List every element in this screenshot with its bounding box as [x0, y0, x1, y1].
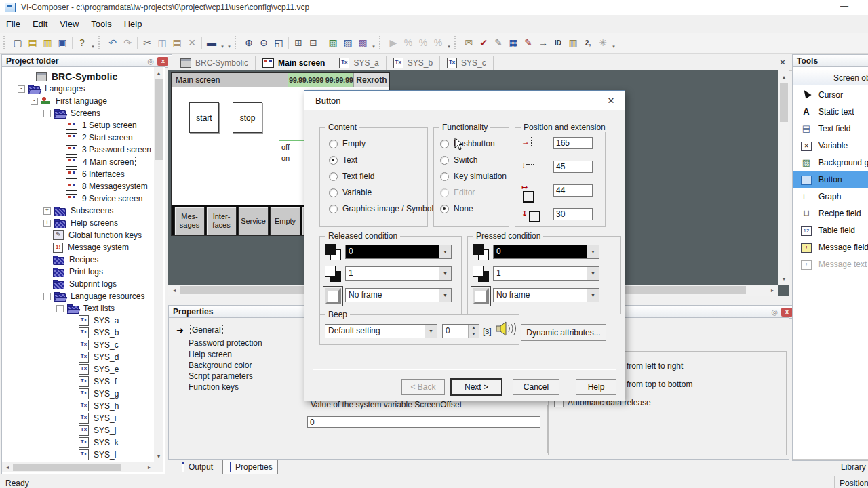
- tree-item-label[interactable]: SYS_e: [92, 365, 120, 374]
- canvas-scroll-up-icon[interactable]: ▴: [779, 72, 789, 81]
- tool-message-field[interactable]: !Message field: [793, 239, 868, 256]
- screen-button-start[interactable]: start: [189, 102, 219, 133]
- expand-icon[interactable]: +: [43, 207, 51, 215]
- archive-icon[interactable]: ▥: [566, 35, 580, 50]
- help-button[interactable]: Help: [576, 379, 616, 395]
- pressed-foreground-color-combo[interactable]: 0▼: [493, 245, 599, 259]
- menu-view[interactable]: View: [54, 16, 85, 32]
- key-icon[interactable]: ?: [75, 35, 90, 50]
- tree-item-label[interactable]: 8 Messagesystem: [81, 182, 149, 191]
- tree-item-sys-b[interactable]: SYS_b: [69, 327, 120, 339]
- canvas-scroll-left-icon[interactable]: ◂: [170, 285, 179, 295]
- open-icon[interactable]: ▤: [25, 35, 40, 50]
- page-label[interactable]: Function keys: [189, 382, 239, 392]
- released-background-color-combo[interactable]: 1▼: [345, 266, 452, 281]
- zoom-fit-icon[interactable]: ◱: [271, 35, 286, 50]
- tree-item-label[interactable]: Print logs: [68, 267, 104, 277]
- tree-item-3-password-screen[interactable]: 3 Password screen: [56, 144, 153, 156]
- tree-item-label[interactable]: SYS_i: [92, 413, 117, 423]
- tree-item-label[interactable]: Screens: [69, 108, 102, 118]
- tree-item-sys-i[interactable]: SYS_i: [69, 412, 117, 424]
- tree-item-sys-k[interactable]: SYS_k: [69, 436, 120, 449]
- tree-item-message-system[interactable]: Message system: [43, 241, 130, 253]
- chevron-down-icon[interactable]: ▼: [439, 245, 451, 258]
- functionality-option-switch[interactable]: Switch: [440, 155, 477, 165]
- doc-tab-sys-a[interactable]: SYS_a: [332, 56, 386, 70]
- collapse-icon[interactable]: -: [18, 85, 25, 93]
- scroll-right-icon[interactable]: ▸: [144, 463, 154, 472]
- tree-item-sys-g[interactable]: SYS_g: [69, 388, 120, 400]
- properties-page-script-parameters[interactable]: Script parameters: [189, 371, 253, 381]
- radio-icon[interactable]: [440, 188, 449, 197]
- tree-item-label[interactable]: Language resources: [69, 291, 146, 301]
- redo-icon[interactable]: ↷: [120, 35, 135, 50]
- chevron-down-icon[interactable]: ▼: [425, 325, 437, 338]
- tree-item-sys-c[interactable]: SYS_c: [69, 339, 120, 351]
- scroll-up-icon[interactable]: ▴: [154, 68, 163, 77]
- radio-icon[interactable]: [329, 188, 338, 197]
- delete-icon[interactable]: ✕: [184, 35, 199, 50]
- menu-help[interactable]: Help: [118, 16, 149, 32]
- tree-item-recipes[interactable]: Recipes: [43, 253, 100, 266]
- properties-page-function-keys[interactable]: Function keys: [189, 382, 239, 392]
- tree-item-first-language[interactable]: -First language: [31, 95, 108, 107]
- tree-item-6-interfaces[interactable]: 6 Interfaces: [56, 168, 126, 180]
- tree-item-label[interactable]: Subscreens: [69, 206, 115, 216]
- download-icon[interactable]: ✉: [461, 35, 476, 50]
- tree-item-label[interactable]: SYS_k: [92, 438, 120, 447]
- settings-icon[interactable]: ✳: [595, 35, 610, 50]
- tool-background-graphic[interactable]: ▨Background graphic: [793, 154, 868, 171]
- tree-item-label[interactable]: SYS_d: [92, 352, 120, 362]
- pin-icon[interactable]: ◎: [147, 57, 154, 66]
- functionality-option-none[interactable]: None: [440, 203, 473, 214]
- radio-icon[interactable]: [329, 140, 338, 148]
- toolbar-overflow-icon[interactable]: ▾: [226, 35, 233, 51]
- tree-item-label[interactable]: SYS_j: [92, 426, 117, 435]
- tree-item-language-resources[interactable]: -Language resources: [43, 290, 146, 302]
- tree-item-label[interactable]: 9 Service screen: [81, 194, 144, 203]
- tree-item-label[interactable]: Message system: [66, 243, 130, 252]
- toolbar-overflow-icon[interactable]: ▾: [90, 35, 96, 51]
- tree-item-label[interactable]: Help screens: [69, 218, 119, 228]
- tool-table-field[interactable]: 12Table field: [793, 222, 868, 239]
- tree-item-label[interactable]: 4 Main screen: [81, 157, 136, 167]
- display-select-dropdown-icon[interactable]: ▾: [219, 35, 226, 51]
- tree-item-sys-l[interactable]: SYS_l: [69, 449, 117, 461]
- tab-properties[interactable]: Properties: [222, 460, 278, 474]
- page-label[interactable]: Script parameters: [189, 371, 253, 381]
- collapse-tree-icon[interactable]: ⊟: [306, 35, 321, 50]
- cut-icon[interactable]: ✂: [140, 35, 155, 50]
- select-mode-icon[interactable]: →: [536, 35, 551, 50]
- content-option-text-field[interactable]: Text field: [329, 171, 374, 182]
- page-label[interactable]: Help screen: [189, 350, 232, 359]
- tree-item-label[interactable]: Recipes: [68, 255, 100, 264]
- tree-item-1-setup-screen[interactable]: 1 Setup screen: [56, 119, 138, 131]
- chevron-down-icon[interactable]: ▼: [439, 267, 451, 280]
- properties-page-background-color[interactable]: Background color: [189, 361, 252, 370]
- minimize-button[interactable]: —: [837, 1, 852, 13]
- functionality-option-key-simulation[interactable]: Key simulation: [440, 171, 507, 182]
- hscroll-thumb[interactable]: [13, 464, 121, 471]
- close-icon[interactable]: x: [157, 57, 169, 66]
- pressed-background-color-combo[interactable]: 1▼: [493, 266, 599, 281]
- collapse-icon[interactable]: -: [56, 305, 64, 312]
- dialog-title-bar[interactable]: Button ✕: [304, 91, 625, 110]
- new-icon[interactable]: ▢: [10, 35, 25, 50]
- softkey-inter-faces[interactable]: Inter-faces: [206, 207, 237, 235]
- expand-tree-icon[interactable]: ⊞: [291, 35, 306, 50]
- doc-tab-main-screen[interactable]: Main screen: [256, 56, 332, 70]
- screen-button-stop[interactable]: stop: [233, 102, 262, 133]
- tree-item-sys-j[interactable]: SYS_j: [69, 424, 117, 436]
- beep-setting-combo[interactable]: Default setting ▼: [325, 324, 437, 338]
- page-label[interactable]: General: [190, 325, 223, 336]
- tree-item-sys-h[interactable]: SYS_h: [69, 400, 120, 412]
- properties-page-general[interactable]: ➜General: [176, 325, 223, 336]
- tree-item-sys-e[interactable]: SYS_e: [69, 363, 120, 375]
- radio-icon[interactable]: [440, 172, 449, 181]
- chevron-down-icon[interactable]: ▼: [587, 267, 599, 280]
- collapse-icon[interactable]: -: [43, 110, 51, 117]
- tree-item-label[interactable]: SYS_g: [92, 389, 120, 399]
- hmi-toggle-field[interactable]: offon: [279, 140, 304, 171]
- tool-cursor[interactable]: Cursor: [793, 86, 868, 103]
- toolbar-overflow-icon[interactable]: ▾: [610, 35, 617, 51]
